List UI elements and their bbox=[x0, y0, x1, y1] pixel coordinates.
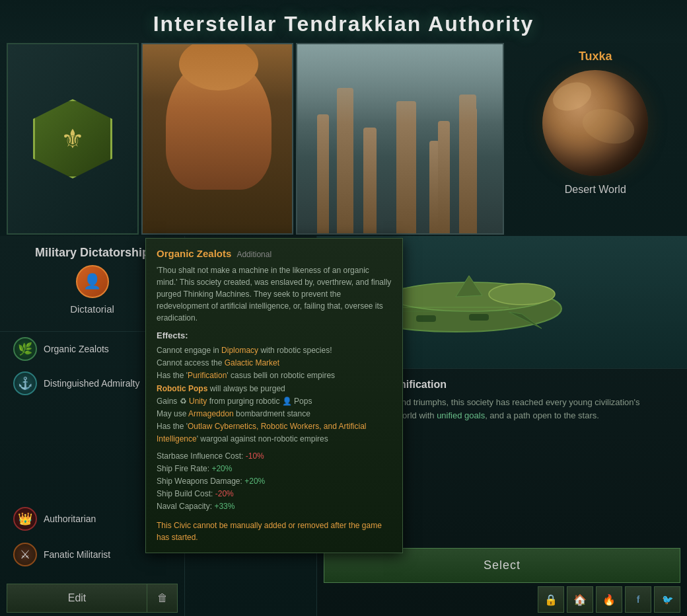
stat-starbase: Starbase Influence Cost: -10% bbox=[157, 450, 392, 463]
fire-icon-button[interactable]: 🔥 bbox=[596, 586, 622, 613]
tooltip-header: Organic Zealots Additional bbox=[157, 248, 392, 260]
leader-portrait-panel bbox=[141, 43, 293, 235]
pillar-1 bbox=[317, 114, 329, 233]
faction-emblem: ⚜ bbox=[33, 99, 112, 178]
organic-zealots-tooltip: Organic Zealots Additional 'Thou shalt n… bbox=[145, 238, 403, 553]
stats-section: Starbase Influence Cost: -10% Ship Fire … bbox=[157, 450, 392, 514]
hero-section: ⚜ bbox=[0, 43, 687, 235]
diplomacy-highlight: Diplomacy bbox=[221, 346, 258, 355]
effect-line-casus-belli: Has the 'Purification' casus belli on ro… bbox=[157, 369, 392, 382]
ethic-name-authoritarian: Authoritarian bbox=[44, 514, 96, 524]
effects-label: Effects: bbox=[157, 330, 392, 340]
stat-fire-rate: Ship Fire Rate: +20% bbox=[157, 463, 392, 475]
svg-point-2 bbox=[489, 284, 555, 305]
tooltip-description: 'Thou shalt not make a machine in the li… bbox=[157, 264, 392, 324]
stat-weapons-value: +20% bbox=[244, 477, 265, 486]
sky-haze bbox=[297, 44, 503, 124]
page-title: Interstellar Tendrakkian Authority bbox=[0, 12, 687, 36]
main-container: Interstellar Tendrakkian Authority ⚜ bbox=[0, 0, 687, 616]
armageddon-highlight: Armageddon bbox=[188, 409, 234, 418]
tooltip-badge: Additional bbox=[236, 250, 271, 259]
civic-name-organic-zealots: Organic Zealots bbox=[44, 344, 109, 354]
stat-fire-rate-value: +20% bbox=[211, 464, 232, 473]
galactic-market-highlight: Galactic Market bbox=[225, 358, 279, 367]
effect-line-robotic-pops: Robotic Pops will always be purged bbox=[157, 383, 392, 395]
scene-background bbox=[297, 44, 503, 233]
desc-text-part2: , and a path open to the stars. bbox=[485, 410, 599, 420]
civic-icon-distinguished-admiralty: ⚓ bbox=[13, 371, 37, 395]
effect-line-diplomacy: Cannot engage in Diplomacy with robotic … bbox=[157, 344, 392, 357]
wargoal-highlight: Outlaw Cybernetics, Robotic Workers, and… bbox=[157, 422, 367, 443]
authority-icon: 👤 bbox=[76, 265, 109, 298]
bottom-bar: 🔒 🏠 🔥 f 🐦 bbox=[538, 586, 680, 613]
title-bar: Interstellar Tendrakkian Authority bbox=[0, 0, 687, 43]
twitter-icon-button[interactable]: 🐦 bbox=[654, 586, 680, 613]
civic-name-distinguished-admiralty: Distinguished Admiralty bbox=[44, 378, 140, 389]
leader-portrait bbox=[143, 44, 292, 233]
emblem-inner: ⚜ bbox=[43, 109, 102, 169]
hero-right: Tuxka Desert World bbox=[511, 43, 680, 235]
svg-rect-11 bbox=[469, 314, 489, 321]
stat-starbase-value: -10% bbox=[246, 451, 264, 461]
stat-naval-value: +33% bbox=[214, 502, 235, 511]
tooltip-footer: This Civic cannot be manually added or r… bbox=[157, 520, 392, 543]
bottom-buttons: Edit 🗑 bbox=[0, 577, 184, 616]
tooltip-title: Organic Zealots bbox=[157, 248, 231, 259]
desc-highlight: unified goals bbox=[437, 410, 485, 420]
stat-build-cost-value: -20% bbox=[215, 489, 234, 498]
stat-naval-capacity: Naval Capacity: +33% bbox=[157, 500, 392, 513]
effect-line-armageddon: May use Armageddon bombardment stance bbox=[157, 408, 392, 420]
unity-highlight: Unity bbox=[189, 397, 207, 406]
ethic-icon-militarist: ⚔ bbox=[13, 543, 37, 566]
planet-type: Desert World bbox=[565, 184, 626, 196]
planet-name: Tuxka bbox=[579, 50, 612, 63]
ethic-name-militarist: Fanatic Militarist bbox=[44, 549, 110, 560]
home-icon-button[interactable]: 🏠 bbox=[567, 586, 593, 613]
effect-line-wargoal: Has the 'Outlaw Cybernetics, Robotic Wor… bbox=[157, 420, 392, 445]
robotic-pops-highlight: Robotic Pops bbox=[157, 384, 207, 393]
facebook-icon-button[interactable]: f bbox=[625, 586, 651, 613]
emblem-panel: ⚜ bbox=[7, 43, 139, 235]
planet-image bbox=[542, 70, 648, 176]
svg-rect-10 bbox=[416, 315, 436, 322]
stat-build-cost: Ship Build Cost: -20% bbox=[157, 488, 392, 500]
purification-highlight: Purification bbox=[188, 371, 227, 380]
edit-button[interactable]: Edit bbox=[7, 584, 147, 613]
effect-line-market: Cannot access the Galactic Market bbox=[157, 357, 392, 369]
delete-button[interactable]: 🗑 bbox=[147, 584, 178, 613]
effect-line-unity: Gains ♻ Unity from purging robotic 👤 Pop… bbox=[157, 395, 392, 408]
pillar-7 bbox=[438, 121, 450, 233]
background-scene bbox=[296, 43, 504, 235]
pillar-3 bbox=[363, 128, 377, 233]
alien-head-shape bbox=[166, 58, 271, 190]
laurel-icon: ⚜ bbox=[61, 124, 85, 154]
civic-icon-organic-zealots: 🌿 bbox=[13, 337, 37, 361]
hero-left: ⚜ bbox=[7, 43, 504, 235]
ethic-icon-authoritarian: 👑 bbox=[13, 507, 37, 531]
lock-icon-button[interactable]: 🔒 bbox=[538, 586, 564, 613]
stat-weapons-damage: Ship Weapons Damage: +20% bbox=[157, 475, 392, 488]
